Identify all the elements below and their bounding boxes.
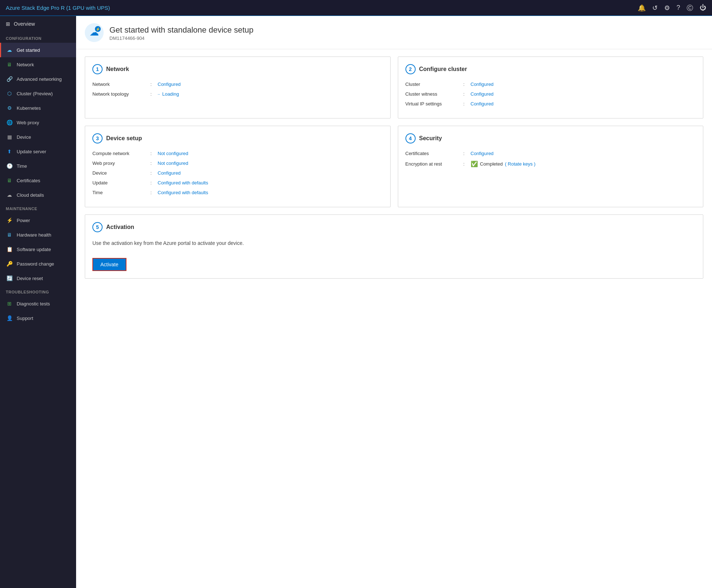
encryption-value: ✅ Completed ( Rotate keys ) [471, 160, 536, 167]
help-icon[interactable]: ? [676, 4, 680, 12]
section-label-troubleshooting: TROUBLESHOOTING [0, 285, 76, 296]
sidebar-item-time[interactable]: 🕐 Time [0, 159, 76, 173]
sidebar-item-advanced-networking-label: Advanced networking [17, 76, 62, 82]
security-row-certificates: Certificates : Configured [405, 151, 696, 156]
sidebar-item-update-server[interactable]: ⬆ Update server [0, 144, 76, 159]
device-setup-row-time: Time : Configured with defaults [92, 190, 383, 195]
time-row-label: Time [92, 190, 150, 195]
network-value: Configured [158, 82, 181, 87]
device-setup-row-webproxy: Web proxy : Not configured [92, 160, 383, 166]
page-header: ☁ ⚡ Get started with standalone device s… [76, 16, 712, 49]
cluster-icon: ⬡ [6, 90, 13, 97]
sidebar-item-certificates[interactable]: 🖥 Certificates [0, 173, 76, 188]
sidebar-item-cluster-label: Cluster (Preview) [17, 91, 53, 96]
card-configure-cluster: 2 Configure cluster Cluster : Configured… [398, 57, 704, 118]
update-row-value: Configured with defaults [158, 180, 208, 185]
cluster-label: Cluster [405, 82, 463, 87]
certificates-icon: 🖥 [6, 177, 13, 184]
power-icon[interactable]: ⏻ [700, 4, 706, 12]
sidebar-item-hardware-health[interactable]: 🖥 Hardware health [0, 228, 76, 242]
device-icon: ▦ [6, 133, 13, 141]
compute-network-link[interactable]: Not configured [158, 151, 188, 156]
cluster-witness-label: Cluster witness [405, 91, 463, 97]
software-update-icon: 📋 [6, 246, 13, 253]
section-label-configuration: CONFIGURATION [0, 32, 76, 43]
update-link[interactable]: Configured with defaults [158, 180, 208, 185]
device-link[interactable]: Configured [158, 170, 181, 176]
card-security-title: Security [419, 135, 442, 142]
web-proxy-row-label: Web proxy [92, 160, 150, 166]
web-proxy-row-value: Not configured [158, 160, 188, 166]
sidebar-item-power-label: Power [17, 218, 30, 223]
sidebar-item-support-label: Support [17, 316, 33, 321]
refresh-icon[interactable]: ↺ [652, 4, 658, 12]
sidebar-item-password-change-label: Password change [17, 261, 54, 267]
activation-description: Use the activation key from the Azure po… [92, 239, 696, 247]
card-device-setup: 3 Device setup Compute network : Not con… [85, 126, 391, 207]
sidebar-item-password-change[interactable]: 🔑 Password change [0, 257, 76, 271]
sidebar-item-cloud-details-label: Cloud details [17, 192, 44, 198]
sidebar-item-device-reset[interactable]: 🔄 Device reset [0, 271, 76, 285]
completed-icon: ✅ [471, 160, 478, 167]
network-row-topology: Network topology : ·· Loading [92, 91, 383, 97]
update-server-icon: ⬆ [6, 148, 13, 155]
overview-icon: ⊞ [6, 21, 10, 27]
time-link[interactable]: Configured with defaults [158, 190, 208, 195]
cluster-configured-link[interactable]: Configured [471, 82, 494, 87]
network-label: Network [92, 82, 150, 87]
sidebar-item-cloud-details[interactable]: ☁ Cloud details [0, 188, 76, 202]
device-setup-row-compute: Compute network : Not configured [92, 151, 383, 156]
time-row-value: Configured with defaults [158, 190, 208, 195]
virtual-ip-value: Configured [471, 101, 494, 107]
virtual-ip-label: Virtual IP settings [405, 101, 463, 107]
sidebar-item-network[interactable]: 🖥 Network [0, 57, 76, 72]
card-network-title: Network [106, 66, 129, 72]
account-icon[interactable]: Ⓒ [687, 4, 693, 12]
device-setup-row-device: Device : Configured [92, 170, 383, 176]
network-configured-link[interactable]: Configured [158, 82, 181, 87]
notification-icon[interactable]: 🔔 [638, 4, 646, 12]
network-topology-link[interactable]: Loading [162, 91, 179, 97]
sidebar-item-software-update[interactable]: 📋 Software update [0, 242, 76, 257]
cluster-witness-link[interactable]: Configured [471, 91, 494, 97]
certificates-link[interactable]: Configured [471, 151, 494, 156]
card-cluster-title: Configure cluster [419, 66, 467, 72]
card-cluster-number: 2 [405, 64, 416, 74]
security-row-encryption: Encryption at rest : ✅ Completed ( Rotat… [405, 160, 696, 167]
virtual-ip-link[interactable]: Configured [471, 101, 494, 107]
card-cluster-header: 2 Configure cluster [405, 64, 696, 74]
sidebar: ⊞ Overview CONFIGURATION ☁ Get started 🖥… [0, 16, 76, 588]
sidebar-item-kubernetes[interactable]: ⚙ Kubernetes [0, 101, 76, 115]
rotate-keys-link[interactable]: ( Rotate keys ) [505, 161, 536, 167]
card-activation-header: 5 Activation [92, 222, 696, 232]
sidebar-item-diagnostic-tests[interactable]: ⊞ Diagnostic tests [0, 296, 76, 311]
support-icon: 👤 [6, 314, 13, 322]
password-change-icon: 🔑 [6, 260, 13, 267]
sidebar-item-device[interactable]: ▦ Device [0, 130, 76, 144]
update-row-label: Update [92, 180, 150, 185]
card-device-setup-title: Device setup [106, 135, 142, 142]
section-label-maintenance: MAINTENANCE [0, 202, 76, 213]
sidebar-item-web-proxy[interactable]: 🌐 Web proxy [0, 115, 76, 130]
certificates-row-value: Configured [471, 151, 494, 156]
certificates-row-label: Certificates [405, 151, 463, 156]
sidebar-item-power[interactable]: ⚡ Power [0, 213, 76, 228]
web-proxy-link[interactable]: Not configured [158, 160, 188, 166]
sidebar-item-certificates-label: Certificates [17, 178, 40, 183]
sidebar-item-software-update-label: Software update [17, 247, 51, 252]
device-row-label: Device [92, 170, 150, 176]
web-proxy-icon: 🌐 [6, 119, 13, 126]
svg-text:⚡: ⚡ [96, 27, 100, 32]
activate-button[interactable]: Activate [92, 258, 126, 271]
sidebar-item-support[interactable]: 👤 Support [0, 311, 76, 325]
sidebar-item-cluster-preview[interactable]: ⬡ Cluster (Preview) [0, 86, 76, 101]
sidebar-item-overview[interactable]: ⊞ Overview [0, 16, 76, 32]
device-setup-row-update: Update : Configured with defaults [92, 180, 383, 185]
app-title: Azure Stack Edge Pro R (1 GPU with UPS) [6, 5, 110, 11]
device-row-value: Configured [158, 170, 181, 176]
page-header-text: Get started with standalone device setup… [109, 25, 253, 41]
settings-icon[interactable]: ⚙ [664, 4, 670, 12]
sidebar-item-advanced-networking[interactable]: 🔗 Advanced networking [0, 72, 76, 86]
sidebar-item-get-started[interactable]: ☁ Get started [0, 43, 76, 57]
card-network: 1 Network Network : Configured Network t… [85, 57, 391, 118]
